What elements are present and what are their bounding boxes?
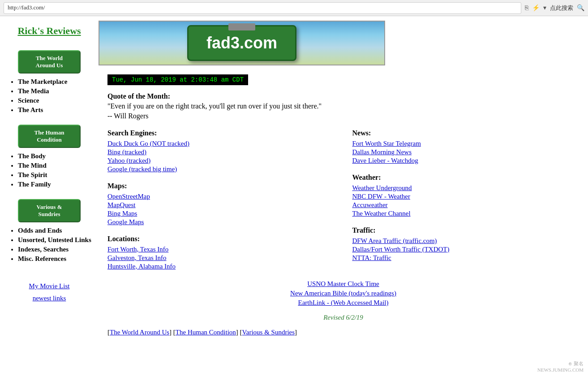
galveston-link[interactable]: Galveston, Texas Info — [107, 254, 335, 262]
locations-title: Locations: — [107, 235, 335, 243]
share-icon[interactable]: ⎘ — [525, 4, 528, 12]
usno-clock-link[interactable]: USNO Master Clock Time — [107, 280, 579, 288]
search-engines-title: Search Engines: — [107, 129, 335, 137]
weather-title: Weather: — [352, 173, 579, 182]
ricks-reviews-link[interactable]: Rick's Reviews — [17, 25, 81, 37]
dave-lieber-link[interactable]: Dave Lieber - Watchdog — [352, 157, 579, 165]
list-item: Science — [18, 97, 94, 104]
search-text-cn[interactable]: 点此搜索 — [550, 4, 573, 12]
bottom-human-link[interactable]: The Human Condition — [176, 329, 236, 336]
main-content: Tue, Jun 18, 2019 at 2:03:48 am CDT Quot… — [99, 70, 588, 350]
sidebar: Rick's Reviews The WorldAround Us The Ma… — [0, 16, 99, 350]
weather-underground-link[interactable]: Weather Underground — [352, 184, 579, 192]
fort-worth-link[interactable]: Fort Worth, Texas Info — [107, 246, 335, 253]
banner-image: fad3.com — [99, 21, 385, 65]
weather-channel-link[interactable]: The Weather Channel — [352, 210, 579, 217]
search-icon[interactable]: 🔍 — [577, 4, 584, 12]
list-item: Indexes, Searches — [18, 246, 94, 253]
list-item: The Body — [18, 152, 94, 160]
address-bar-label[interactable]: http://fad3.com/ — [4, 2, 521, 14]
list-item: The Marketplace — [18, 78, 94, 86]
browser-chrome: http://fad3.com/ ⎘ ⚡ ▾ 点此搜索 🔍 — [0, 0, 588, 16]
world-list: The Marketplace The Media Science The Ar… — [4, 78, 94, 116]
openstreetmap-link[interactable]: OpenStreetMap — [107, 193, 335, 200]
list-item: The Mind — [18, 162, 94, 169]
earthlink-mail-link[interactable]: EarthLink - (Web Accessed Mail) — [107, 299, 579, 307]
list-item: Unsorted, Untested Links — [18, 236, 94, 244]
various-sundries-button[interactable]: Various &Sundries — [18, 199, 81, 222]
bing-link[interactable]: Bing (tracked) — [107, 148, 335, 156]
human-condition-button[interactable]: The HumanCondition — [18, 125, 81, 148]
bottom-world-link[interactable]: The World Around Us — [110, 329, 169, 336]
quote-label: Quote of the Month: — [107, 92, 170, 100]
links-grid: Search Engines: Duck Duck Go (NOT tracke… — [107, 129, 579, 271]
content-area: fad3.com Tue, Jun 18, 2019 at 2:03:48 am… — [99, 16, 588, 350]
dfw-traffic-link[interactable]: DFW Area Traffic (traffic.com) — [352, 237, 579, 245]
maps-title: Maps: — [107, 182, 335, 190]
newest-links-link[interactable]: newest links — [33, 295, 66, 302]
dallas-morning-link[interactable]: Dallas Morning News — [352, 148, 579, 156]
list-item: The Media — [18, 87, 94, 95]
traffic-title: Traffic: — [352, 226, 579, 234]
duckduckgo-link[interactable]: Duck Duck Go (NOT tracked) — [107, 140, 335, 147]
lightning-icon[interactable]: ⚡ — [532, 4, 540, 12]
bing-maps-link[interactable]: Bing Maps — [107, 210, 335, 217]
bottom-various-link[interactable]: Various & Sundries — [242, 329, 295, 336]
browser-icons: ⎘ ⚡ ▾ 点此搜索 🔍 — [525, 4, 584, 12]
nbc-dfw-weather-link[interactable]: NBC DFW - Weather — [352, 193, 579, 200]
list-item: The Family — [18, 181, 94, 188]
quote-section: Quote of the Month: "Even if you are on … — [107, 92, 579, 120]
bottom-nav-links: [The World Around Us] [The Human Conditi… — [107, 329, 579, 336]
google-link[interactable]: Google (tracked big time) — [107, 165, 335, 173]
quote-attribution: -- Will Rogers — [107, 112, 579, 120]
list-item: Misc. References — [18, 255, 94, 263]
huntsville-link[interactable]: Huntsville, Alabama Info — [107, 263, 335, 270]
list-item: The Spirit — [18, 171, 94, 179]
google-maps-link[interactable]: Google Maps — [107, 218, 335, 226]
list-item: Odds and Ends — [18, 227, 94, 234]
ntta-traffic-link[interactable]: NTTA: Traffic — [352, 254, 579, 262]
page-wrapper: Rick's Reviews The WorldAround Us The Ma… — [0, 16, 588, 350]
revised-note: Revised 6/2/19 — [107, 314, 579, 321]
quote-text: "Even if you are on the right track, you… — [107, 102, 579, 110]
world-around-us-button[interactable]: The WorldAround Us — [18, 50, 81, 74]
mapquest-link[interactable]: MapQuest — [107, 201, 335, 209]
center-links: USNO Master Clock Time New American Bibl… — [107, 280, 579, 307]
left-links-col: Search Engines: Duck Duck Go (NOT tracke… — [107, 129, 335, 271]
sidebar-bottom-links: My Movie List newest links — [29, 282, 70, 302]
chevron-down-icon[interactable]: ▾ — [543, 4, 546, 12]
site-name-sign: fad3.com — [187, 25, 296, 61]
list-item: The Arts — [18, 106, 94, 114]
accuweather-link[interactable]: Accuweather — [352, 201, 579, 209]
dallas-fort-worth-traffic-link[interactable]: Dallas/Fort Worth Traffic (TXDOT) — [352, 246, 579, 253]
right-links-col: News: Fort Worth Star Telegram Dallas Mo… — [352, 129, 579, 271]
human-list: The Body The Mind The Spirit The Family — [4, 152, 94, 190]
fort-worth-star-link[interactable]: Fort Worth Star Telegram — [352, 140, 579, 147]
various-list: Odds and Ends Unsorted, Untested Links I… — [4, 227, 94, 264]
yahoo-link[interactable]: Yahoo (tracked) — [107, 157, 335, 165]
new-american-bible-link[interactable]: New American Bible (today's readings) — [107, 290, 579, 297]
news-title: News: — [352, 129, 579, 137]
datetime-display: Tue, Jun 18, 2019 at 2:03:48 am CDT — [107, 74, 248, 85]
banner-area: fad3.com — [99, 16, 588, 70]
my-movie-list-link[interactable]: My Movie List — [29, 282, 70, 290]
